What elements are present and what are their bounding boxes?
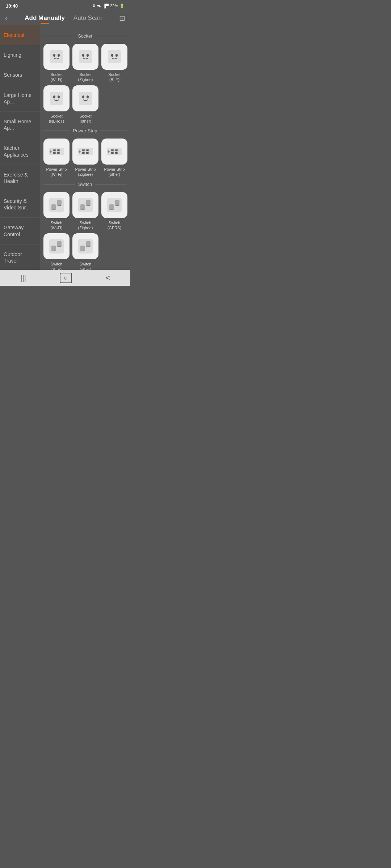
device-item-sw-ble[interactable]: Switch(BLE) bbox=[43, 233, 70, 270]
home-button[interactable]: ○ bbox=[60, 273, 72, 283]
device-item-socket-zigbee[interactable]: Socket(Zigbee) bbox=[72, 44, 98, 82]
menu-button[interactable]: ||| bbox=[13, 272, 33, 284]
svg-rect-27 bbox=[58, 152, 58, 154]
sidebar: ElectricalLightingSensorsLarge Home Ap..… bbox=[0, 25, 40, 270]
device-grid-switch: Switch(Wi-Fi) Switch(Zigbee) Switch(GPRS… bbox=[43, 192, 127, 270]
section-header-socket: Socket bbox=[43, 33, 127, 39]
device-label-ps-zigbee: Power Strip(Zigbee) bbox=[75, 167, 96, 177]
tab-auto-scan[interactable]: Auto Scan bbox=[73, 14, 102, 22]
svg-rect-61 bbox=[58, 205, 61, 206]
device-icon-socket-zigbee bbox=[72, 44, 98, 70]
svg-rect-21 bbox=[58, 149, 58, 151]
device-icon-socket-ble bbox=[101, 44, 127, 70]
sidebar-item-electrical[interactable]: Electrical bbox=[0, 25, 40, 45]
battery-indicator: 22% bbox=[110, 4, 118, 8]
svg-point-5 bbox=[87, 54, 89, 57]
sidebar-item-gateway[interactable]: Gateway Control bbox=[0, 218, 40, 244]
svg-rect-55 bbox=[116, 152, 116, 154]
svg-point-1 bbox=[53, 54, 55, 57]
device-item-sw-gprs[interactable]: Switch(GPRS) bbox=[101, 192, 127, 231]
device-label-ps-other: Power Strip(other) bbox=[104, 167, 125, 177]
device-item-ps-zigbee[interactable]: Power Strip(Zigbee) bbox=[72, 139, 98, 177]
svg-point-11 bbox=[58, 95, 60, 98]
svg-rect-64 bbox=[86, 200, 91, 206]
svg-rect-28 bbox=[59, 152, 60, 154]
device-item-socket-other[interactable]: Socket(other) bbox=[72, 85, 98, 124]
back-button[interactable]: ‹ bbox=[5, 14, 8, 22]
svg-rect-53 bbox=[112, 152, 112, 154]
svg-rect-54 bbox=[113, 152, 114, 154]
svg-point-7 bbox=[111, 54, 113, 57]
svg-rect-35 bbox=[87, 149, 87, 151]
svg-rect-19 bbox=[54, 149, 54, 151]
svg-rect-70 bbox=[110, 209, 113, 210]
section-line-right bbox=[95, 184, 127, 184]
device-item-sw-zigbee[interactable]: Switch(Zigbee) bbox=[72, 192, 98, 231]
device-label-sw-wifi: Switch(Wi-Fi) bbox=[51, 220, 63, 231]
svg-rect-0 bbox=[50, 50, 63, 63]
device-icon-sw-zigbee bbox=[72, 192, 98, 218]
status-time: 10:40 bbox=[6, 3, 18, 9]
section-header-switch: Switch bbox=[43, 182, 127, 187]
svg-rect-12 bbox=[79, 92, 92, 105]
device-item-sw-wifi[interactable]: Switch(Wi-Fi) bbox=[43, 192, 70, 231]
device-icon-socket-other bbox=[72, 85, 98, 111]
device-item-ps-other[interactable]: Power Strip(other) bbox=[101, 139, 127, 177]
svg-point-16 bbox=[50, 150, 52, 153]
device-item-sw-other[interactable]: Switch(other) bbox=[72, 233, 98, 270]
device-label-socket-other: Socket(other) bbox=[79, 114, 92, 124]
device-label-socket-wifi: Socket(Wi-Fi) bbox=[50, 72, 63, 82]
section-line-left bbox=[43, 184, 75, 184]
device-label-ps-wifi: Power Strip(Wi-Fi) bbox=[46, 167, 67, 177]
device-item-ps-wifi[interactable]: Power Strip(Wi-Fi) bbox=[43, 139, 70, 177]
scan-icon[interactable]: ⊡ bbox=[119, 14, 125, 22]
svg-rect-56 bbox=[117, 152, 118, 154]
sidebar-item-sensors[interactable]: Sensors bbox=[0, 65, 40, 85]
svg-rect-60 bbox=[52, 209, 55, 210]
sidebar-item-exercise[interactable]: Exercise & Health bbox=[0, 165, 40, 191]
sidebar-item-small-home[interactable]: Small Home Ap... bbox=[0, 112, 40, 138]
section-line-left bbox=[43, 131, 70, 131]
device-item-socket-ble[interactable]: Socket(BLE) bbox=[101, 44, 127, 82]
device-icon-sw-other bbox=[72, 233, 98, 259]
sidebar-item-large-home[interactable]: Large Home Ap... bbox=[0, 85, 40, 112]
svg-rect-68 bbox=[109, 204, 114, 210]
battery-icon: 🔋 bbox=[119, 4, 125, 8]
svg-rect-39 bbox=[83, 152, 83, 154]
svg-rect-71 bbox=[115, 205, 119, 206]
svg-rect-41 bbox=[87, 152, 87, 154]
sidebar-item-lighting[interactable]: Lighting bbox=[0, 45, 40, 65]
svg-rect-40 bbox=[84, 152, 85, 154]
svg-rect-74 bbox=[57, 241, 62, 247]
section-label-socket: Socket bbox=[78, 33, 92, 39]
device-label-sw-gprs: Switch(GPRS) bbox=[108, 220, 122, 231]
sidebar-item-outdoor[interactable]: Outdoor Travel bbox=[0, 244, 40, 270]
svg-rect-73 bbox=[51, 246, 56, 251]
svg-rect-58 bbox=[51, 204, 56, 210]
device-item-socket-nbiot[interactable]: Socket(NB-IoT) bbox=[43, 85, 70, 124]
svg-rect-36 bbox=[88, 149, 89, 151]
device-icon-socket-nbiot bbox=[43, 85, 70, 111]
title-area: Add Manually Auto Scan bbox=[11, 14, 115, 22]
status-icons: ⬇︎ ▾▸ ▐▀ 22% 🔋 bbox=[92, 4, 125, 8]
svg-rect-81 bbox=[87, 246, 90, 247]
top-nav: ‹ Add Manually Auto Scan ⊡ bbox=[0, 10, 130, 25]
svg-rect-79 bbox=[86, 241, 91, 247]
device-label-socket-nbiot: Socket(NB-IoT) bbox=[49, 114, 64, 124]
device-label-sw-other: Switch(other) bbox=[80, 261, 91, 270]
svg-point-8 bbox=[115, 54, 118, 57]
device-item-socket-wifi[interactable]: Socket(Wi-Fi) bbox=[43, 44, 70, 82]
svg-rect-42 bbox=[88, 152, 89, 154]
svg-rect-3 bbox=[79, 50, 92, 63]
svg-rect-50 bbox=[117, 149, 118, 151]
device-icon-ps-wifi bbox=[43, 139, 70, 165]
tab-add-manually[interactable]: Add Manually bbox=[25, 14, 65, 22]
back-nav-button[interactable]: < bbox=[98, 272, 117, 284]
svg-rect-49 bbox=[116, 149, 116, 151]
device-icon-ps-other bbox=[101, 139, 127, 165]
sidebar-item-security[interactable]: Security & Video Sur... bbox=[0, 191, 40, 218]
device-grid-powerstrip: Power Strip(Wi-Fi) Power Strip(Zigbee) bbox=[43, 139, 127, 177]
svg-rect-25 bbox=[54, 152, 54, 154]
svg-rect-63 bbox=[80, 204, 85, 210]
sidebar-item-kitchen[interactable]: Kitchen Appliances bbox=[0, 138, 40, 165]
